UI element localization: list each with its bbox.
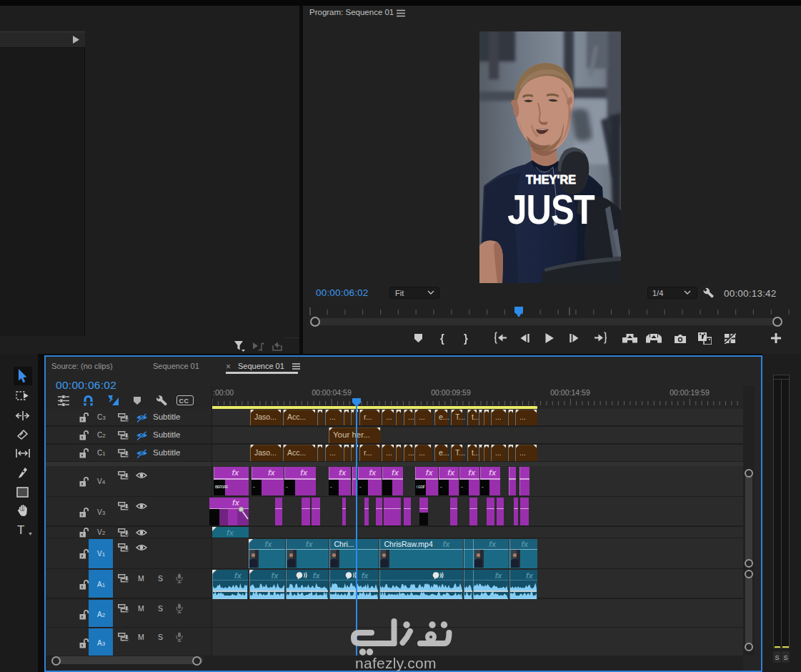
svg-text:00:00:19:59: 00:00:19:59 (670, 388, 710, 397)
svg-text:THEY'RE: THEY'RE (526, 174, 576, 186)
svg-text:JUST: JUST (507, 187, 594, 232)
svg-text:00:00:09:59: 00:00:09:59 (431, 388, 471, 397)
svg-text:00:00:04:59: 00:00:04:59 (312, 388, 352, 397)
svg-text:00:00:14:59: 00:00:14:59 (550, 388, 590, 397)
svg-text:nafezly.com: nafezly.com (355, 655, 437, 671)
svg-text::00:00: :00:00 (213, 388, 234, 397)
